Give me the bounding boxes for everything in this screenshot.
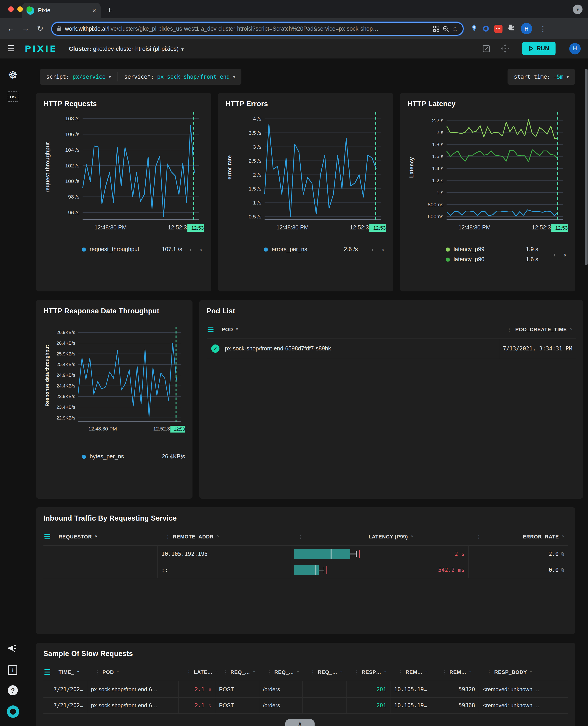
table-menu-icon[interactable] [44,669,50,675]
tab-close-icon[interactable]: × [92,7,96,14]
namespaces-icon[interactable]: ns [7,92,18,102]
svg-text:3.5 /s: 3.5 /s [249,130,261,136]
column-header-resp-[interactable]: RESP…^⋮ [358,663,402,681]
column-header-pod[interactable]: POD^⋮ [218,321,510,338]
legend-next-icon[interactable]: › [181,453,183,460]
column-header-resp-body[interactable]: RESP_BODY^ [490,663,568,681]
back-button[interactable]: ← [4,22,17,35]
page-scrollbar[interactable] [585,68,588,265]
announcements-megaphone-icon[interactable] [8,644,18,655]
column-header-pod[interactable]: POD^⋮ [99,663,190,681]
bookmark-star-icon[interactable]: ☆ [452,24,458,33]
legend-prev-icon[interactable]: ‹ [170,453,173,460]
address-bar[interactable]: work.withpixie.ai/live/clusters/gke_pl-p… [51,22,464,36]
error-rate-cell: 0.0% [469,562,568,578]
extensions-puzzle-icon[interactable] [508,24,515,33]
zoom-out-icon[interactable] [442,25,449,32]
column-header-req-[interactable]: REQ_…^⋮ [314,663,358,681]
new-tab-button[interactable]: + [107,5,112,15]
panel-http-requests: HTTP Requests96 /s98 /s100 /s102 /s104 /… [36,93,211,291]
svg-text:102 /s: 102 /s [65,163,79,168]
browser-tab[interactable]: P Pixie × [22,3,101,18]
column-header-req-[interactable]: REQ_…^⋮ [227,663,271,681]
svg-text:24.9KB/s: 24.9KB/s [57,372,75,378]
inbound-row[interactable]: 10.105.192.1952 s2.0% [43,545,568,562]
legend-series-name[interactable]: latency_p90 [454,256,526,263]
column-header-error-rate[interactable]: ERROR_RATE^ [480,528,568,545]
column-header-rem-[interactable]: REM…^⋮ [446,663,490,681]
column-header-latency-p99-[interactable]: LATENCY (P99)^⋮ [302,528,480,545]
pixie-logo[interactable]: PIXIE [25,43,57,54]
inbound-row: Inbound Traffic By Requesting Service RE… [36,507,575,634]
column-header-requestor[interactable]: REQUESTOR^⋮ [55,528,169,545]
column-header-remote-addr[interactable]: REMOTE_ADDR^⋮ [169,528,302,545]
latency-cell: 2.1s [179,681,215,697]
move-widgets-icon[interactable] [501,44,509,53]
minimize-window-button[interactable] [17,6,23,12]
panel-http-response-throughput: HTTP Response Data Throughput22.9KB/s23.… [36,300,192,499]
extension-password-icon[interactable]: ••• [494,24,503,33]
latency-cell: 2.1s [179,698,215,713]
legend-series-name[interactable]: errors_per_ns [272,246,344,253]
tab-search-button[interactable]: ▼ [573,4,583,14]
column-label: POD [222,327,233,332]
hamburger-menu-icon[interactable]: ☰ [7,43,18,54]
column-header-time-[interactable]: TIME_^⋮ [55,663,99,681]
grid-icon[interactable] [433,25,439,32]
scroll-to-top-button[interactable]: ∧ [285,719,315,726]
forward-button[interactable]: → [19,22,32,35]
reload-button[interactable]: ↻ [34,22,47,35]
service-label: service*: [124,74,154,80]
legend-prev-icon[interactable]: ‹ [553,250,555,258]
close-window-button[interactable] [8,6,14,12]
macos-traffic-lights[interactable] [8,6,32,12]
info-icon[interactable]: i [8,665,17,675]
error-rate-cell: 2.0% [469,546,568,562]
svg-text:12:48:30 PM: 12:48:30 PM [88,426,117,431]
browser-menu-icon[interactable]: ⋮ [540,24,546,33]
maximize-window-button[interactable] [26,6,32,12]
legend-prev-icon[interactable]: ‹ [371,245,374,253]
legend-row: latency_p901.6 s [446,254,568,264]
pod-name[interactable]: px-sock-shop/front-end-6598d7fdf7-s89hk [225,345,331,352]
chart-title: HTTP Errors [226,100,386,108]
legend-prev-icon[interactable]: ‹ [189,245,192,253]
slow-request-row[interactable]: 7/21/202…px-sock-shop/front-end-6…2.1sPO… [43,681,568,697]
table-menu-icon[interactable] [207,327,213,332]
help-icon[interactable]: ? [8,685,18,695]
pixie-chat-icon[interactable] [7,705,19,718]
user-avatar[interactable]: H [569,43,581,54]
column-header-pod_create_time[interactable]: POD_CREATE_TIME^ [510,321,576,338]
inbound-row[interactable]: ::542.2 ms0.0% [43,562,568,578]
column-label: REM… [405,669,422,675]
cluster-selector[interactable]: Cluster: gke:dev-cluster-htroisi (pl-pix… [69,45,185,52]
table-menu-icon[interactable] [44,534,50,540]
boxplot-whisker [319,570,324,570]
legend-next-icon[interactable]: › [564,250,566,258]
column-header-rem-[interactable]: REM…^⋮ [402,663,446,681]
legend-series-name[interactable]: request_throughput [90,246,162,253]
slow-request-row[interactable]: 7/21/202…px-sock-shop/front-end-6…2.1sPO… [43,697,568,714]
legend-next-icon[interactable]: › [382,245,384,253]
script-selector[interactable]: script: px/service ▼ service*: px-sock-s… [40,69,241,85]
legend-next-icon[interactable]: › [200,245,202,253]
browser-profile-avatar[interactable]: H [521,23,532,34]
column-header-req-[interactable]: REQ_…^⋮ [271,663,314,681]
svg-text:26.4KB/s: 26.4KB/s [57,341,75,346]
resp-body-cell: <removed: unknown … [479,681,568,697]
extension-pin-icon[interactable] [471,24,477,33]
kubernetes-cluster-icon[interactable]: ☸ [8,68,18,81]
sort-caret-icon: ^ [530,670,532,674]
extension-ring-icon[interactable] [483,26,489,32]
start-time-selector[interactable]: start_time: -5m ▼ [507,69,575,85]
run-button[interactable]: RUN [522,42,555,55]
resp-status-cell: 201 [346,698,391,713]
legend-series-name[interactable]: bytes_per_ns [90,453,162,460]
url-text[interactable]: work.withpixie.ai/live/clusters/gke_pl-p… [65,25,429,32]
legend-series-name[interactable]: latency_p99 [454,246,526,253]
edit-script-icon[interactable] [482,45,490,53]
column-header-late-[interactable]: LATE…^⋮ [190,663,227,681]
req-path-cell: /orders [259,681,303,697]
pod-cell: ✓px-sock-shop/front-end-6598d7fdf7-s89hk [206,339,499,359]
pod-row[interactable]: ✓px-sock-shop/front-end-6598d7fdf7-s89hk… [206,338,576,359]
